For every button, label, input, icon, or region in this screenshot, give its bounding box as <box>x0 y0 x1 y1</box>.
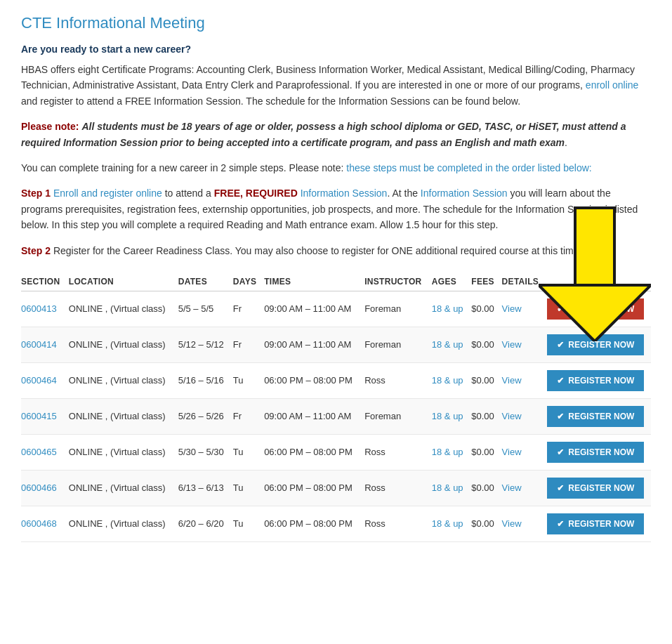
register-now-button[interactable]: ✔ REGISTER NOW <box>547 334 644 355</box>
section-link[interactable]: 0600468 <box>21 518 57 529</box>
cell-section: 0600466 <box>21 470 69 506</box>
view-link[interactable]: View <box>502 482 522 493</box>
cell-location: ONLINE , (Virtual class) <box>69 506 178 541</box>
step1-label: Step 1 <box>21 188 51 199</box>
section-link[interactable]: 0600466 <box>21 482 57 493</box>
register-label: REGISTER NOW <box>568 412 634 421</box>
register-now-button[interactable]: ✔ REGISTER NOW <box>547 442 644 463</box>
section-link[interactable]: 0600464 <box>21 375 57 386</box>
steps-link[interactable]: these steps must be completed in the ord… <box>346 162 591 173</box>
register-now-button[interactable]: ✔ REGISTER NOW <box>547 406 644 427</box>
cell-details: View <box>502 470 548 506</box>
cell-days: Fr <box>233 327 264 362</box>
bold-question: Are you ready to start a new career? <box>21 44 651 55</box>
cell-register[interactable]: ✔ REGISTER NOW <box>547 398 651 434</box>
view-link[interactable]: View <box>502 411 522 421</box>
page-content: CTE Informational Meeting Are you ready … <box>21 14 651 542</box>
cell-days: Fr <box>233 291 264 327</box>
col-dates: DATES <box>178 272 233 291</box>
cell-instructor: Ross <box>364 362 432 398</box>
view-link[interactable]: View <box>502 339 522 350</box>
register-label: REGISTER NOW <box>568 447 634 457</box>
cell-fees: $0.00 <box>471 398 501 434</box>
cell-days: Tu <box>233 434 264 470</box>
step1-info-session-link2[interactable]: Information Session <box>421 188 508 199</box>
cell-days: Tu <box>233 362 264 398</box>
section-link[interactable]: 0600413 <box>21 303 57 314</box>
cell-instructor: Ross <box>364 434 432 470</box>
register-label: REGISTER NOW <box>568 483 634 493</box>
cell-ages: 18 & up <box>432 434 471 470</box>
cell-details: View <box>502 506 548 541</box>
section-link[interactable]: 0600465 <box>21 447 57 457</box>
cell-instructor: Foreman <box>364 327 432 362</box>
register-label: REGISTER NOW <box>568 304 634 314</box>
cell-days: Tu <box>233 506 264 541</box>
enroll-link[interactable]: enroll online <box>586 79 639 91</box>
register-now-button[interactable]: ✔ REGISTER NOW <box>547 298 644 320</box>
intro-paragraph: HBAS offers eight Certificate Programs: … <box>21 62 651 109</box>
step1-enroll-link[interactable]: Enroll and register online <box>53 188 162 199</box>
cell-times: 06:00 PM – 08:00 PM <box>264 470 364 506</box>
register-now-button[interactable]: ✔ REGISTER NOW <box>547 513 644 534</box>
cell-location: ONLINE , (Virtual class) <box>69 327 178 362</box>
register-label: REGISTER NOW <box>568 376 634 386</box>
cell-details: View <box>502 362 548 398</box>
section-link[interactable]: 0600415 <box>21 411 57 421</box>
cell-ages: 18 & up <box>432 506 471 541</box>
section-link[interactable]: 0600414 <box>21 339 57 350</box>
cell-times: 09:00 AM – 11:00 AM <box>264 291 364 327</box>
cell-register[interactable]: ✔ REGISTER NOW <box>547 506 651 541</box>
cell-ages: 18 & up <box>432 470 471 506</box>
step1-free-required: FREE, REQUIRED <box>214 188 298 199</box>
check-icon: ✔ <box>557 447 564 457</box>
cell-location: ONLINE , (Virtual class) <box>69 362 178 398</box>
check-icon: ✔ <box>557 376 564 386</box>
cell-location: ONLINE , (Virtual class) <box>69 434 178 470</box>
cell-dates: 5/16 – 5/16 <box>178 362 233 398</box>
cell-section: 0600413 <box>21 291 69 327</box>
cell-register[interactable]: ✔ REGISTER NOW <box>547 291 651 327</box>
col-ages: AGES <box>432 272 471 291</box>
table-row: 0600465 ONLINE , (Virtual class) 5/30 – … <box>21 434 651 470</box>
cell-fees: $0.00 <box>471 506 501 541</box>
cell-section: 0600465 <box>21 434 69 470</box>
table-row: 0600415 ONLINE , (Virtual class) 5/26 – … <box>21 398 651 434</box>
cell-dates: 5/30 – 5/30 <box>178 434 233 470</box>
cell-section: 0600414 <box>21 327 69 362</box>
check-icon: ✔ <box>557 340 564 350</box>
cell-register[interactable]: ✔ REGISTER NOW <box>547 362 651 398</box>
register-now-button[interactable]: ✔ REGISTER NOW <box>547 370 644 391</box>
register-now-button[interactable]: ✔ REGISTER NOW <box>547 478 644 499</box>
cell-ages: 18 & up <box>432 327 471 362</box>
check-icon: ✔ <box>557 483 564 493</box>
table-row: 0600466 ONLINE , (Virtual class) 6/13 – … <box>21 470 651 506</box>
view-link[interactable]: View <box>502 518 522 529</box>
col-instructor: INSTRUCTOR <box>364 272 432 291</box>
period: . <box>565 137 567 148</box>
please-note-label: Please note: <box>21 121 79 132</box>
view-link[interactable]: View <box>502 447 522 457</box>
col-register <box>547 272 651 291</box>
view-link[interactable]: View <box>502 303 522 314</box>
cell-details: View <box>502 398 548 434</box>
register-label: REGISTER NOW <box>568 340 634 350</box>
check-icon: ✔ <box>557 519 564 529</box>
cell-instructor: Ross <box>364 506 432 541</box>
cell-register[interactable]: ✔ REGISTER NOW <box>547 434 651 470</box>
col-section: SECTION <box>21 272 69 291</box>
cell-register[interactable]: ✔ REGISTER NOW <box>547 327 651 362</box>
cell-instructor: Ross <box>364 470 432 506</box>
cell-times: 09:00 AM – 11:00 AM <box>264 327 364 362</box>
cell-fees: $0.00 <box>471 470 501 506</box>
view-link[interactable]: View <box>502 375 522 386</box>
cell-register[interactable]: ✔ REGISTER NOW <box>547 470 651 506</box>
cell-dates: 5/5 – 5/5 <box>178 291 233 327</box>
cell-section: 0600468 <box>21 506 69 541</box>
step1-info-session-link[interactable]: Information Session <box>301 188 388 199</box>
cell-times: 06:00 PM – 08:00 PM <box>264 506 364 541</box>
cell-instructor: Foreman <box>364 291 432 327</box>
steps-intro: You can complete training for a new care… <box>21 160 651 176</box>
cell-dates: 5/26 – 5/26 <box>178 398 233 434</box>
step1-paragraph: Step 1 Enroll and register online to att… <box>21 185 651 232</box>
